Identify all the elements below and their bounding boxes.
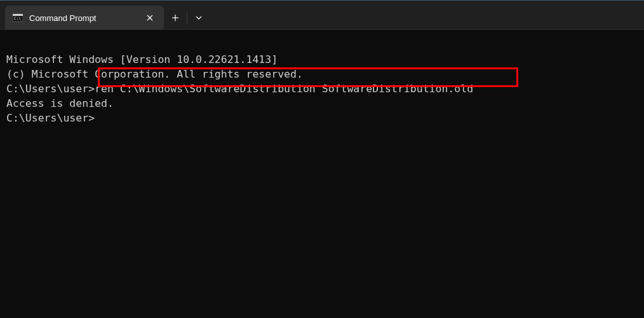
new-tab-button[interactable]	[164, 6, 187, 30]
version-line: Microsoft Windows [Version 10.0.22621.14…	[6, 52, 638, 67]
terminal-output[interactable]: Microsoft Windows [Version 10.0.22621.14…	[0, 30, 644, 162]
response-line: Access is denied.	[6, 96, 638, 111]
tab-title: Command Prompt	[29, 13, 124, 23]
command-text: ren C:\Windows\SoftwareDistribution Soft…	[95, 83, 473, 95]
cmd-icon: C:\	[13, 13, 23, 23]
prompt-line-2: C:\Users\user>	[6, 111, 638, 125]
svg-text:C:\: C:\	[14, 16, 21, 20]
copyright-line: (c) Microsoft Corporation. All rights re…	[6, 67, 638, 81]
tab-dropdown-button[interactable]	[187, 6, 210, 30]
command-line-1: C:\Users\user>ren C:\Windows\SoftwareDis…	[6, 81, 638, 96]
prompt-prefix: C:\Users\user>	[6, 83, 95, 95]
titlebar: C:\ Command Prompt	[0, 0, 644, 30]
tab-command-prompt[interactable]: C:\ Command Prompt	[5, 6, 164, 30]
close-icon[interactable]	[144, 11, 156, 24]
